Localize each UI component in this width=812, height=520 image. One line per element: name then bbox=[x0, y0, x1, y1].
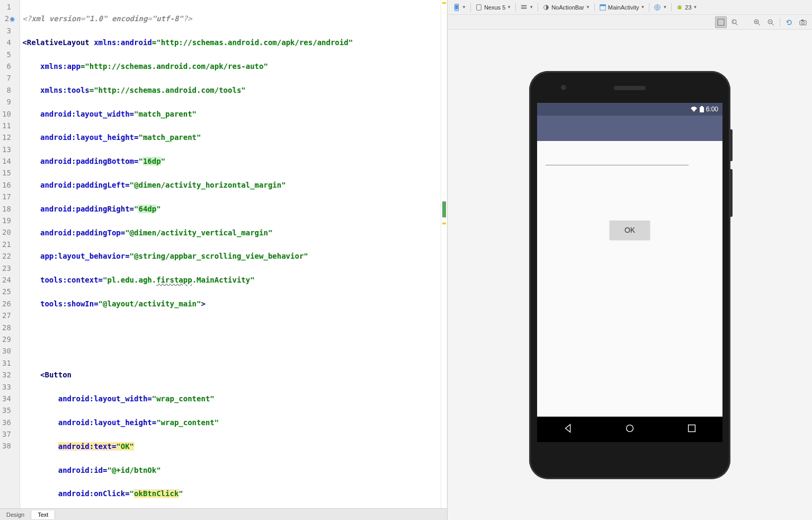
svg-line-20 bbox=[772, 23, 774, 25]
phone-speaker bbox=[614, 86, 646, 90]
config-dropdown[interactable]: ▼ bbox=[518, 3, 536, 12]
editor-pane: 1 2◉3 4 5 6 7 8 9 10 11 12 13 14 15 16 1… bbox=[0, 0, 448, 520]
viewport-icon bbox=[717, 19, 725, 26]
edit-text-field[interactable] bbox=[546, 152, 689, 165]
warning-marker[interactable] bbox=[442, 223, 446, 224]
phone-icon bbox=[453, 4, 460, 11]
chevron-down-icon: ▼ bbox=[663, 5, 667, 10]
preview-toolbar: ▼ Nexus 5 ▼ ▼ NoActionBar ▼ MainActivity… bbox=[448, 0, 812, 15]
svg-rect-26 bbox=[701, 106, 703, 107]
nav-recent-button[interactable] bbox=[686, 422, 698, 436]
warning-marker[interactable] bbox=[442, 2, 446, 4]
status-bar: 6:00 bbox=[537, 103, 722, 116]
tab-text[interactable]: Text bbox=[31, 510, 55, 519]
zoom-out-button[interactable] bbox=[765, 16, 777, 28]
preview-pane: ▼ Nexus 5 ▼ ▼ NoActionBar ▼ MainActivity… bbox=[448, 0, 812, 520]
battery-icon bbox=[700, 106, 704, 112]
zoom-in-icon bbox=[753, 19, 761, 26]
editor-bottom-tabs: Design Text bbox=[0, 508, 447, 520]
theme-dropdown[interactable]: NoActionBar ▼ bbox=[540, 3, 592, 12]
svg-rect-7 bbox=[600, 4, 606, 6]
app-bar bbox=[537, 116, 722, 141]
zoom-fit-icon: 1 bbox=[731, 19, 738, 26]
device-dropdown[interactable]: Nexus 5 ▼ bbox=[473, 3, 513, 12]
screenshot-button[interactable] bbox=[797, 16, 809, 28]
api-dropdown[interactable]: 23 ▼ bbox=[674, 3, 699, 12]
refresh-button[interactable] bbox=[783, 16, 795, 28]
locale-dropdown[interactable]: ▼ bbox=[652, 3, 669, 12]
svg-point-10 bbox=[680, 5, 681, 6]
device-screen[interactable]: 6:00 OK bbox=[537, 103, 722, 442]
svg-rect-28 bbox=[688, 425, 695, 432]
svg-rect-24 bbox=[801, 20, 804, 21]
phone-side-button bbox=[730, 129, 733, 161]
chevron-down-icon: ▼ bbox=[462, 5, 466, 10]
viewport-button[interactable] bbox=[715, 16, 727, 28]
zoom-fit-button[interactable]: 1 bbox=[729, 16, 740, 28]
svg-rect-4 bbox=[521, 7, 527, 9]
svg-rect-3 bbox=[521, 5, 527, 6]
android-icon bbox=[676, 4, 683, 11]
svg-point-27 bbox=[627, 425, 633, 432]
device-frame: 6:00 OK bbox=[529, 71, 730, 479]
nav-back-button[interactable] bbox=[562, 422, 574, 436]
phone-camera bbox=[561, 85, 566, 90]
status-time: 6:00 bbox=[706, 105, 718, 113]
right-gutter bbox=[441, 0, 447, 508]
svg-rect-2 bbox=[477, 4, 481, 10]
config-icon bbox=[520, 4, 528, 11]
chevron-down-icon: ▼ bbox=[641, 5, 645, 10]
chevron-down-icon: ▼ bbox=[693, 5, 698, 10]
home-icon bbox=[624, 422, 636, 434]
change-marker[interactable] bbox=[442, 201, 446, 217]
recent-icon bbox=[686, 422, 698, 434]
back-icon bbox=[562, 422, 574, 434]
tab-design[interactable]: Design bbox=[0, 510, 31, 519]
theme-icon bbox=[542, 4, 550, 11]
device-area: 6:00 OK bbox=[448, 30, 812, 520]
zoom-in-button[interactable] bbox=[751, 16, 763, 28]
svg-rect-25 bbox=[700, 107, 704, 112]
svg-text:1: 1 bbox=[733, 20, 735, 23]
chevron-down-icon: ▼ bbox=[586, 5, 590, 10]
chevron-down-icon: ▼ bbox=[529, 5, 533, 10]
line-gutter: 1 2◉3 4 5 6 7 8 9 10 11 12 13 14 15 16 1… bbox=[0, 0, 20, 508]
svg-line-16 bbox=[758, 23, 760, 25]
zoom-out-icon bbox=[767, 19, 774, 26]
svg-rect-1 bbox=[455, 5, 458, 9]
phone-side-button bbox=[730, 169, 733, 217]
svg-point-23 bbox=[802, 21, 805, 24]
code-area[interactable]: 1 2◉3 4 5 6 7 8 9 10 11 12 13 14 15 16 1… bbox=[0, 0, 447, 508]
wifi-icon bbox=[690, 106, 698, 112]
chevron-down-icon: ▼ bbox=[507, 5, 511, 10]
device-icon bbox=[475, 4, 483, 11]
orientation-dropdown[interactable]: ▼ bbox=[451, 3, 468, 12]
activity-dropdown[interactable]: MainActivity ▼ bbox=[597, 3, 647, 12]
preview-toolbar-2: 1 bbox=[448, 15, 812, 30]
activity-icon bbox=[599, 4, 606, 11]
svg-rect-11 bbox=[718, 19, 724, 25]
svg-point-9 bbox=[679, 5, 679, 6]
ok-button[interactable]: OK bbox=[610, 221, 650, 240]
svg-line-13 bbox=[736, 23, 738, 25]
refresh-icon bbox=[786, 19, 793, 26]
screen-content: OK bbox=[537, 141, 722, 417]
globe-icon bbox=[654, 4, 661, 11]
nav-bar bbox=[537, 417, 722, 442]
code-text[interactable]: <?xml version="1.0" encoding="utf-8"?> <… bbox=[20, 0, 441, 508]
nav-home-button[interactable] bbox=[624, 422, 636, 436]
camera-icon bbox=[799, 19, 807, 26]
